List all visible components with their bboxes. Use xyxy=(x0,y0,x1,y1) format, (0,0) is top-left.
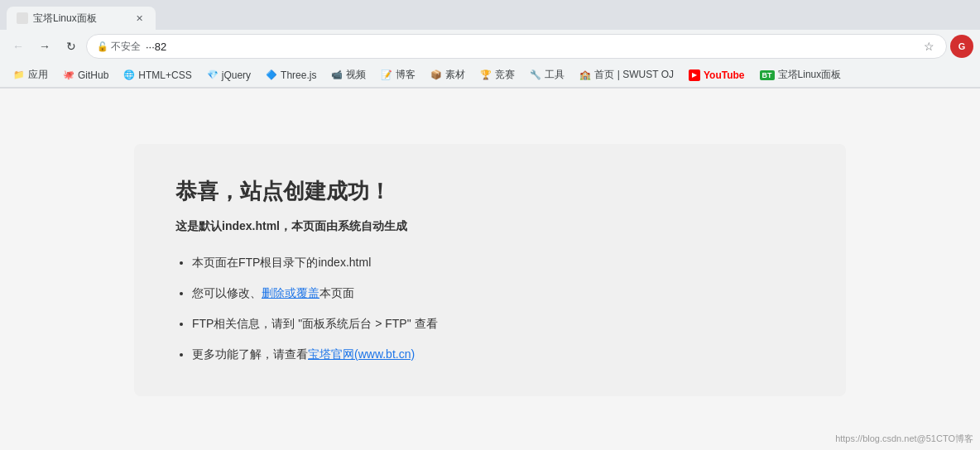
browser-chrome: 宝塔Linux面板 ✕ ← → ↻ 🔓 不安全 ···82 ☆ G 应用 Git… xyxy=(0,0,980,89)
bookmark-swust[interactable]: 首页 | SWUST OJ xyxy=(573,65,680,85)
bullet-text-2-after: 本页面 xyxy=(319,286,354,299)
list-item-4: 更多功能了解，请查看宝塔官网(www.bt.cn) xyxy=(192,346,805,363)
tab-close-button[interactable]: ✕ xyxy=(132,12,146,25)
forward-button[interactable]: → xyxy=(33,35,56,58)
bookmark-swust-label: 首页 | SWUST OJ xyxy=(594,68,674,82)
swust-icon xyxy=(579,69,591,81)
bookmark-apps-label: 应用 xyxy=(28,68,48,82)
tab-favicon xyxy=(17,12,28,24)
bookmark-video[interactable]: 视频 xyxy=(324,65,372,85)
bookmark-contest-label: 竞赛 xyxy=(495,68,515,82)
folder-icon xyxy=(13,69,25,81)
bookmark-bt-label: 宝塔Linux面板 xyxy=(778,68,842,82)
bookmark-github-label: GitHub xyxy=(78,69,108,81)
bookmark-jquery[interactable]: jQuery xyxy=(200,65,257,85)
bookmark-resource-label: 素材 xyxy=(445,68,465,82)
bookmark-contest[interactable]: 竞赛 xyxy=(473,65,521,85)
github-icon xyxy=(63,69,74,81)
bookmark-tool[interactable]: 工具 xyxy=(523,65,571,85)
bookmark-apps[interactable]: 应用 xyxy=(7,65,55,85)
active-tab[interactable]: 宝塔Linux面板 ✕ xyxy=(7,7,156,30)
tab-title: 宝塔Linux面板 xyxy=(33,12,127,26)
contest-icon xyxy=(480,69,492,81)
bullet-text-3: FTP相关信息，请到 "面板系统后台 > FTP" 查看 xyxy=(192,317,438,330)
back-button[interactable]: ← xyxy=(7,35,30,58)
bookmark-jquery-label: jQuery xyxy=(222,69,251,81)
bookmark-star-icon[interactable]: ☆ xyxy=(922,38,936,55)
bullet-text-1: 本页面在FTP根目录下的index.html xyxy=(192,256,371,269)
bookmark-htmlcss-label: HTML+CSS xyxy=(138,69,191,81)
bullet-text-4-before: 更多功能了解，请查看 xyxy=(192,347,308,361)
blogger-icon xyxy=(381,69,392,81)
sub-title: 这是默认index.html，本页面由系统自动生成 xyxy=(175,219,805,234)
bookmark-resource[interactable]: 素材 xyxy=(424,65,472,85)
html-icon xyxy=(123,69,135,81)
bt-official-link[interactable]: 宝塔官网(www.bt.cn) xyxy=(308,347,415,361)
bookmark-threejs-label: Three.js xyxy=(281,69,316,81)
bookmark-tool-label: 工具 xyxy=(545,68,564,82)
bookmarks-bar: 应用 GitHub HTML+CSS jQuery Three.js 视频 博客 xyxy=(0,63,980,88)
bookmark-htmlcss[interactable]: HTML+CSS xyxy=(117,65,198,85)
nav-bar: ← → ↻ 🔓 不安全 ···82 ☆ G xyxy=(0,30,980,63)
bookmark-youtube[interactable]: YouTube xyxy=(682,65,752,85)
threejs-icon xyxy=(266,69,277,81)
profile-button[interactable]: G xyxy=(950,35,973,58)
tab-bar: 宝塔Linux面板 ✕ xyxy=(0,0,980,30)
youtube-icon xyxy=(689,69,700,81)
content-card: 恭喜，站点创建成功！ 这是默认index.html，本页面由系统自动生成 本页面… xyxy=(134,144,846,396)
bullet-text-2-before: 您可以修改、 xyxy=(192,286,262,299)
bookmark-video-label: 视频 xyxy=(346,68,366,82)
tool-icon xyxy=(530,69,541,81)
bookmark-github[interactable]: GitHub xyxy=(56,65,115,85)
security-badge: 🔓 不安全 xyxy=(97,40,141,54)
bt-icon: BT xyxy=(760,70,775,80)
bookmark-blogger-label: 博客 xyxy=(396,68,416,82)
page-content: 恭喜，站点创建成功！ 这是默认index.html，本页面由系统自动生成 本页面… xyxy=(0,89,980,450)
bullet-list: 本页面在FTP根目录下的index.html 您可以修改、删除或覆盖本页面 FT… xyxy=(175,254,805,363)
address-bar[interactable]: 🔓 不安全 ···82 ☆ xyxy=(86,34,947,59)
lock-icon: 🔓 xyxy=(97,41,108,52)
jquery-icon xyxy=(207,69,219,81)
bookmark-blogger[interactable]: 博客 xyxy=(374,65,422,85)
reload-button[interactable]: ↻ xyxy=(60,35,83,58)
url-text: ···82 xyxy=(146,41,917,53)
list-item-3: FTP相关信息，请到 "面板系统后台 > FTP" 查看 xyxy=(192,315,805,333)
resource-icon xyxy=(430,69,442,81)
security-label: 不安全 xyxy=(111,40,141,54)
bookmark-youtube-label: YouTube xyxy=(704,69,745,81)
profile-label: G xyxy=(958,41,966,51)
bookmark-bt[interactable]: BT 宝塔Linux面板 xyxy=(753,65,848,85)
main-title: 恭喜，站点创建成功！ xyxy=(175,177,805,206)
list-item-2: 您可以修改、删除或覆盖本页面 xyxy=(192,285,805,302)
delete-or-overwrite-link[interactable]: 删除或覆盖 xyxy=(262,286,319,299)
video-icon xyxy=(331,69,343,81)
bookmark-threejs[interactable]: Three.js xyxy=(259,65,323,85)
list-item-1: 本页面在FTP根目录下的index.html xyxy=(192,254,805,271)
